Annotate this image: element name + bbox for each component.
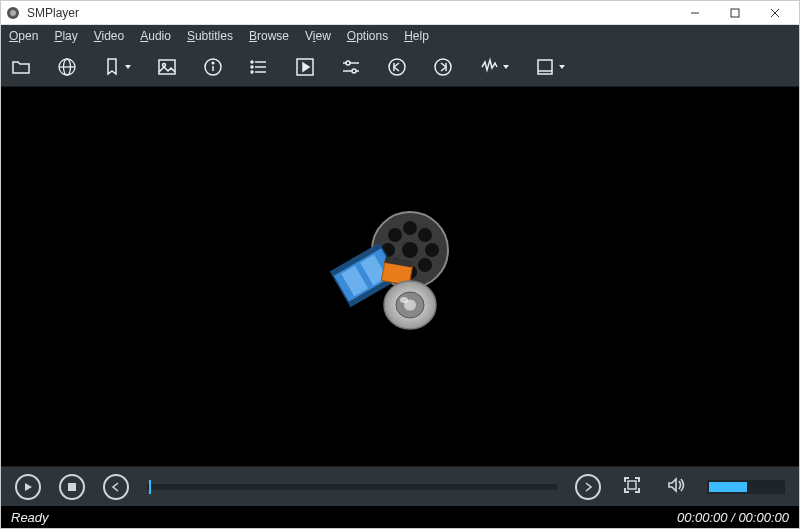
fullscreen-icon [622,475,642,499]
svg-point-19 [251,71,253,73]
window-minimize-button[interactable] [675,1,715,25]
info-icon [203,57,223,77]
play-button[interactable] [15,474,41,500]
svg-point-24 [352,69,356,73]
svg-point-33 [403,221,417,235]
svg-point-51 [400,297,408,303]
menu-label: pen [18,29,38,43]
toolbar [1,47,799,87]
stop-icon [67,478,77,496]
svg-point-25 [389,59,405,75]
skip-back-icon [387,57,407,77]
status-text: Ready [11,510,49,525]
svg-rect-9 [159,60,175,74]
bookmark-icon [103,57,121,77]
svg-rect-52 [68,483,76,491]
statusbar: Ready 00:00:00 / 00:00:00 [1,506,799,528]
time-total: 00:00:00 [738,510,789,525]
stop-button[interactable] [59,474,85,500]
time-current: 00:00:00 [677,510,728,525]
chevron-right-icon [583,478,593,496]
svg-point-36 [425,243,439,257]
previous-button[interactable] [103,474,129,500]
play-icon [23,478,33,496]
toolbar-url[interactable] [57,53,77,81]
time-display: 00:00:00 / 00:00:00 [677,510,789,525]
chevron-left-icon [111,478,121,496]
volume-fill [709,482,747,492]
toolbar-preferences[interactable] [341,53,361,81]
skip-forward-icon [433,57,453,77]
svg-point-17 [251,61,253,63]
smplayer-logo [325,205,475,349]
svg-point-38 [388,228,402,242]
seek-position-marker [149,480,151,494]
svg-point-37 [418,228,432,242]
settings-sliders-icon [341,57,361,77]
image-icon [157,57,177,77]
toolbar-audio-channels[interactable] [479,53,509,81]
folder-icon [11,57,31,77]
svg-point-23 [346,61,350,65]
menu-help[interactable]: Help [404,29,429,43]
toolbar-open[interactable] [11,53,31,81]
toolbar-playback[interactable] [295,53,315,81]
toolbar-stay-on-top[interactable] [535,53,565,81]
playback-controls [1,466,799,506]
chevron-down-icon [503,65,509,69]
menu-browse[interactable]: Browse [249,29,289,43]
app-icon [5,5,21,21]
volume-button[interactable] [663,474,689,500]
video-area[interactable] [1,87,799,466]
svg-rect-53 [628,481,636,489]
toolbar-info[interactable] [203,53,223,81]
svg-point-27 [435,59,451,75]
toolbar-favorites[interactable] [103,53,131,81]
next-button[interactable] [575,474,601,500]
chevron-down-icon [559,65,565,69]
menu-subtitles[interactable]: Subtitles [187,29,233,43]
menu-open[interactable]: Open [9,29,38,43]
svg-point-39 [418,258,432,272]
fullscreen-button[interactable] [619,474,645,500]
volume-icon [666,475,686,499]
svg-rect-3 [731,9,739,17]
window-title: SMPlayer [27,6,79,20]
svg-point-13 [212,62,214,64]
volume-slider[interactable] [707,480,785,494]
menu-play[interactable]: Play [54,29,77,43]
toolbar-next[interactable] [433,53,453,81]
playlist-icon [249,57,269,77]
equalizer-icon [479,57,499,77]
menu-audio[interactable]: Audio [140,29,171,43]
window-close-button[interactable] [755,1,795,25]
seek-bar[interactable] [147,484,557,490]
menu-video[interactable]: Video [94,29,124,43]
window-maximize-button[interactable] [715,1,755,25]
play-box-icon [295,57,315,77]
globe-icon [57,57,77,77]
titlebar: SMPlayer [1,1,799,25]
svg-point-32 [402,242,418,258]
display-icon [535,57,555,77]
svg-point-1 [10,10,16,16]
toolbar-previous[interactable] [387,53,407,81]
toolbar-playlist[interactable] [249,53,269,81]
svg-rect-29 [538,60,552,74]
svg-point-18 [251,66,253,68]
menubar: Open Play Video Audio Subtitles Browse V… [1,25,799,47]
chevron-down-icon [125,65,131,69]
menu-view[interactable]: View [305,29,331,43]
menu-options[interactable]: Options [347,29,388,43]
toolbar-screenshot[interactable] [157,53,177,81]
